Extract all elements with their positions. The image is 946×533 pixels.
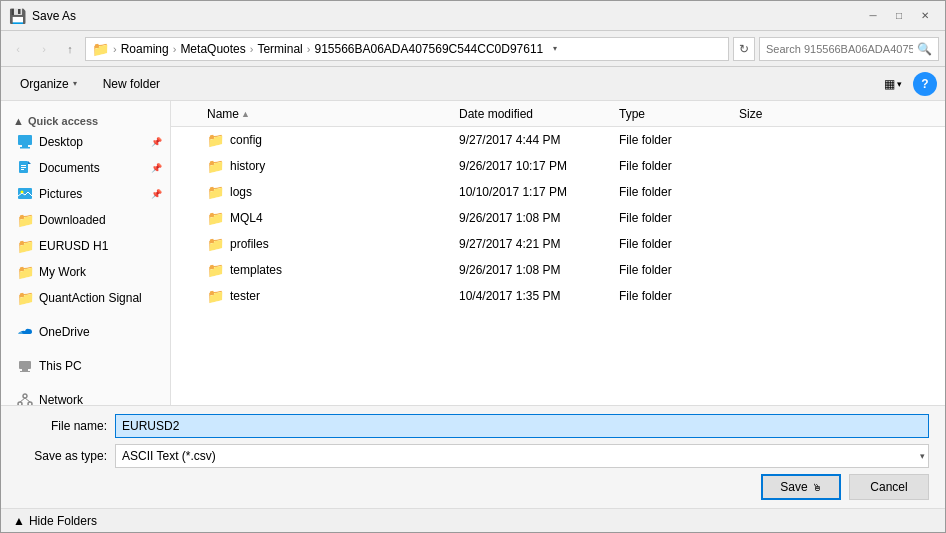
svg-rect-12 — [20, 371, 30, 372]
my-work-label: My Work — [39, 265, 86, 279]
maximize-button[interactable]: □ — [887, 6, 911, 26]
table-row[interactable]: 📁 profiles 9/27/2017 4:21 PM File folder — [171, 231, 945, 257]
eurusd-h1-label: EURUSD H1 — [39, 239, 108, 253]
up-button[interactable]: ↑ — [59, 38, 81, 60]
desktop-pin-icon: 📌 — [151, 137, 162, 147]
buttons-row: Save 🖱 Cancel — [17, 474, 929, 500]
file-name: profiles — [230, 237, 269, 251]
sidebar-item-network[interactable]: Network — [1, 387, 170, 405]
sidebar-item-thispc[interactable]: This PC — [1, 353, 170, 379]
sidebar-item-desktop[interactable]: Desktop 📌 — [1, 129, 170, 155]
sidebar-item-onedrive[interactable]: OneDrive — [1, 319, 170, 345]
documents-pin-icon: 📌 — [151, 163, 162, 173]
header-type[interactable]: Type — [619, 107, 739, 121]
search-icon: 🔍 — [917, 42, 932, 56]
main-content: ▲ Quick access Desktop 📌 Documents 📌 — [1, 101, 945, 405]
sidebar-item-eurusd-h1[interactable]: 📁 EURUSD H1 — [1, 233, 170, 259]
file-date: 9/26/2017 10:17 PM — [459, 159, 619, 173]
organize-button[interactable]: Organize ▾ — [9, 72, 88, 96]
cancel-button[interactable]: Cancel — [849, 474, 929, 500]
file-name: tester — [230, 289, 260, 303]
file-type: File folder — [619, 289, 739, 303]
svg-rect-2 — [20, 147, 30, 149]
svg-line-16 — [20, 398, 25, 402]
svg-rect-6 — [21, 167, 26, 168]
search-box[interactable]: 🔍 — [759, 37, 939, 61]
filename-input[interactable] — [115, 414, 929, 438]
downloaded-icon: 📁 — [17, 212, 33, 228]
file-type: File folder — [619, 185, 739, 199]
back-button[interactable]: ‹ — [7, 38, 29, 60]
header-size[interactable]: Size — [739, 107, 819, 121]
file-date: 10/10/2017 1:17 PM — [459, 185, 619, 199]
sidebar-item-quantaction[interactable]: 📁 QuantAction Signal — [1, 285, 170, 311]
thispc-icon — [17, 358, 33, 374]
help-button[interactable]: ? — [913, 72, 937, 96]
breadcrumb-terminal[interactable]: Terminal — [257, 42, 302, 56]
addressbar: ‹ › ↑ 📁 › Roaming › MetaQuotes › Termina… — [1, 31, 945, 67]
file-name: MQL4 — [230, 211, 263, 225]
titlebar-left: 💾 Save As — [9, 8, 76, 24]
saveas-label: Save as type: — [17, 449, 107, 463]
header-date[interactable]: Date modified — [459, 107, 619, 121]
quantaction-icon: 📁 — [17, 290, 33, 306]
folder-icon: 📁 — [207, 288, 224, 304]
file-type: File folder — [619, 159, 739, 173]
breadcrumb-hash[interactable]: 915566BA06ADA407569C544CC0D97611 — [314, 42, 543, 56]
saveas-select[interactable]: ASCII Text (*.csv) CSV (*.csv) All files… — [115, 444, 929, 468]
cancel-label: Cancel — [870, 480, 907, 494]
refresh-button[interactable]: ↻ — [733, 37, 755, 61]
quick-access-header[interactable]: ▲ Quick access — [1, 109, 170, 129]
table-row[interactable]: 📁 tester 10/4/2017 1:35 PM File folder — [171, 283, 945, 309]
file-type: File folder — [619, 237, 739, 251]
hide-folders-row[interactable]: ▲ Hide Folders — [1, 508, 945, 532]
address-path[interactable]: 📁 › Roaming › MetaQuotes › Terminal › 91… — [85, 37, 729, 61]
table-row[interactable]: 📁 logs 10/10/2017 1:17 PM File folder — [171, 179, 945, 205]
file-type: File folder — [619, 211, 739, 225]
folder-icon: 📁 — [207, 132, 224, 148]
svg-rect-11 — [22, 369, 28, 371]
sidebar-item-pictures[interactable]: Pictures 📌 — [1, 181, 170, 207]
file-rows-container: 📁 config 9/27/2017 4:44 PM File folder 📁… — [171, 127, 945, 309]
forward-button[interactable]: › — [33, 38, 55, 60]
onedrive-icon — [17, 324, 33, 340]
sidebar-item-downloaded[interactable]: 📁 Downloaded — [1, 207, 170, 233]
save-button[interactable]: Save 🖱 — [761, 474, 841, 500]
quick-access-label: Quick access — [28, 115, 98, 127]
new-folder-button[interactable]: New folder — [92, 72, 171, 96]
network-label: Network — [39, 393, 83, 405]
svg-point-13 — [23, 394, 27, 398]
sidebar-item-documents[interactable]: Documents 📌 — [1, 155, 170, 181]
table-row[interactable]: 📁 templates 9/26/2017 1:08 PM File folde… — [171, 257, 945, 283]
sidebar-item-my-work[interactable]: 📁 My Work — [1, 259, 170, 285]
table-row[interactable]: 📁 MQL4 9/26/2017 1:08 PM File folder — [171, 205, 945, 231]
documents-label: Documents — [39, 161, 100, 175]
minimize-button[interactable]: ─ — [861, 6, 885, 26]
folder-icon: 📁 — [207, 158, 224, 174]
file-name: history — [230, 159, 265, 173]
table-row[interactable]: 📁 history 9/26/2017 10:17 PM File folder — [171, 153, 945, 179]
file-name: config — [230, 133, 262, 147]
pictures-pin-icon: 📌 — [151, 189, 162, 199]
file-date: 9/26/2017 1:08 PM — [459, 211, 619, 225]
folder-icon: 📁 — [207, 210, 224, 226]
documents-icon — [17, 160, 33, 176]
svg-rect-1 — [22, 145, 28, 147]
file-date: 9/26/2017 1:08 PM — [459, 263, 619, 277]
view-button[interactable]: ▦ ▾ — [877, 72, 909, 96]
breadcrumb-metaquotes[interactable]: MetaQuotes — [180, 42, 245, 56]
quick-access-chevron: ▲ — [13, 115, 24, 127]
table-row[interactable]: 📁 config 9/27/2017 4:44 PM File folder — [171, 127, 945, 153]
header-name[interactable]: Name ▲ — [179, 107, 459, 121]
close-button[interactable]: ✕ — [913, 6, 937, 26]
network-icon — [17, 392, 33, 405]
filename-label: File name: — [17, 419, 107, 433]
search-input[interactable] — [766, 43, 913, 55]
desktop-label: Desktop — [39, 135, 83, 149]
pictures-icon — [17, 186, 33, 202]
breadcrumb-roaming[interactable]: Roaming — [121, 42, 169, 56]
svg-line-17 — [25, 398, 30, 402]
path-dropdown-button[interactable]: ▾ — [547, 37, 563, 61]
folder-icon: 📁 — [207, 262, 224, 278]
downloaded-label: Downloaded — [39, 213, 106, 227]
